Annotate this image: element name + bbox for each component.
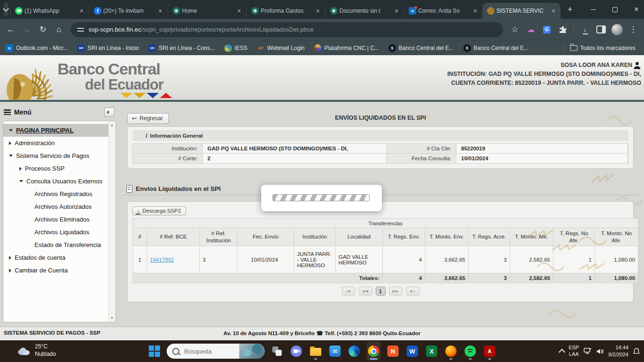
- acrobat-button[interactable]: A: [483, 342, 497, 361]
- info-icon: i: [146, 133, 147, 139]
- toolbar-divider: [574, 25, 574, 34]
- browser-tab-documento[interactable]: Documento sin t ×: [325, 3, 404, 19]
- next-page-button[interactable]: ▶▶: [389, 287, 403, 296]
- notification-bell-icon[interactable]: [633, 347, 640, 355]
- back-button[interactable]: ←: [3, 22, 19, 38]
- ref-bce-link[interactable]: 19417892: [150, 257, 174, 263]
- word-button[interactable]: W: [405, 342, 420, 361]
- profile-avatar[interactable]: [609, 22, 625, 38]
- minimize-button[interactable]: [582, 0, 604, 19]
- sidebar-item-archivos-eliminados[interactable]: Archivos Eliminados: [3, 213, 109, 226]
- tab-close-icon[interactable]: ×: [471, 7, 479, 15]
- prev-page-button[interactable]: ◀◀: [359, 287, 372, 296]
- sidebar-item-label: Consulta Usuarios Externos: [26, 178, 102, 185]
- browser-tab-proforma[interactable]: Proforma Gastos ×: [246, 3, 325, 19]
- current-page-button[interactable]: 1: [376, 287, 386, 296]
- volume-icon[interactable]: [596, 348, 604, 355]
- bookmark-sri-inicio[interactable]: SRISRI en Línea - Inicio: [77, 44, 139, 52]
- hidden-icons-chevron[interactable]: [559, 349, 565, 355]
- scroll-up-icon[interactable]: ▲: [109, 123, 115, 127]
- tab-close-icon[interactable]: ×: [392, 7, 401, 15]
- sidebar-item-archivos-registrados[interactable]: Archivos Registrados: [3, 188, 109, 200]
- url-text: ssp-scpn.bce.fin.ec/scpn_ssp/privado/rep…: [89, 26, 314, 33]
- bookmark-star-button[interactable]: ☆: [507, 22, 523, 38]
- tab-close-icon[interactable]: ×: [77, 7, 86, 15]
- task-view-button[interactable]: [270, 342, 284, 361]
- sidebar-item-administracion[interactable]: Administración: [3, 137, 109, 149]
- descarga-ssp2-button[interactable]: ↓Descarga SSP2: [132, 206, 186, 215]
- start-button[interactable]: [148, 342, 162, 361]
- loading-progress-bar: [272, 194, 370, 201]
- sidebar-item-archivos-autorizados[interactable]: Archivos Autorizados: [3, 200, 109, 213]
- network-icon[interactable]: [583, 347, 592, 355]
- weather-widget[interactable]: 25°C Nublado: [16, 343, 56, 358]
- browser-tab-sistema-active[interactable]: SISTEMA SERVIC ×: [482, 3, 561, 19]
- bookmark-sri-consultas[interactable]: SRISRI en Línea - Cons...: [149, 44, 215, 52]
- sidebar-item-estado-de-transferencia[interactable]: Estado de Transferencia: [3, 239, 109, 251]
- excel-button[interactable]: X: [425, 342, 439, 361]
- sidebar-item-archivos-liquidados[interactable]: Archivos Liquidados: [3, 226, 109, 239]
- all-bookmarks-button[interactable]: Todos los marcadores: [570, 45, 636, 51]
- sidebar-item-estados-de-cuenta[interactable]: Estados de cuenta: [3, 251, 109, 264]
- search-input[interactable]: [183, 347, 239, 355]
- firefox-button[interactable]: [444, 342, 458, 361]
- expand-right-icon: [9, 269, 11, 272]
- lang-line1: ESP: [569, 345, 579, 350]
- bookmark-bce-2[interactable]: SBanco Central del E...: [463, 44, 529, 52]
- sidebar-item-sistema-servicio-pagos[interactable]: Sistema Servicio de Pagos: [3, 149, 109, 162]
- bookmark-iess[interactable]: IESS: [224, 44, 248, 52]
- edge-button[interactable]: [347, 342, 362, 361]
- extensions-button[interactable]: [555, 22, 571, 38]
- tab-close-icon[interactable]: ×: [314, 7, 322, 15]
- translate-button[interactable]: G: [539, 22, 555, 38]
- bookmark-cnc[interactable]: Plataforma CNC | C...: [314, 44, 379, 52]
- bookmark-webmail[interactable]: cPWebmail Login: [257, 44, 305, 52]
- spotify-button[interactable]: [463, 342, 478, 361]
- bookmark-bce-1[interactable]: SBanco Central del E...: [388, 44, 454, 52]
- new-tab-button[interactable]: +: [563, 3, 577, 16]
- file-explorer-button[interactable]: [309, 342, 323, 361]
- first-page-button[interactable]: |◀: [342, 287, 355, 296]
- chrome-button[interactable]: [367, 342, 381, 361]
- main-panel: ↩Regresar ENVÍOS LIQUIDADOS EN EL SPI i …: [122, 102, 641, 327]
- sidebar-item-cambiar-de-cuenta[interactable]: Cambiar de Cuenta: [3, 264, 109, 277]
- home-button[interactable]: ⌂: [51, 22, 67, 38]
- extension-cloud-icon[interactable]: ☁: [523, 22, 539, 38]
- last-page-button[interactable]: ▶|: [406, 287, 420, 296]
- mail-icon: ✉: [330, 346, 341, 357]
- browser-toolbar: ← → ↻ ⌂ ssp-scpn.bce.fin.ec/scpn_ssp/pri…: [0, 19, 644, 40]
- mail-button[interactable]: ✉: [328, 342, 342, 361]
- reload-button[interactable]: ↻: [35, 22, 51, 38]
- scroll-down-icon[interactable]: ▼: [109, 316, 115, 320]
- nitro-button[interactable]: N: [386, 342, 400, 361]
- chat-button[interactable]: [289, 342, 304, 361]
- side-panel-button[interactable]: [593, 22, 609, 38]
- bce-icon: S: [463, 44, 471, 52]
- browser-menu-button[interactable]: ⋮: [625, 22, 641, 38]
- browser-tab-correo[interactable]: o Correo: Anita So ×: [404, 3, 482, 19]
- tab-close-icon[interactable]: ×: [549, 7, 558, 15]
- browser-tab-home[interactable]: Home ×: [167, 3, 246, 19]
- close-button[interactable]: ×: [626, 0, 644, 19]
- search-highlight-image[interactable]: [239, 344, 265, 359]
- downloads-button[interactable]: ↓: [577, 22, 593, 38]
- sidebar-collapse-button[interactable]: [104, 107, 115, 117]
- clock[interactable]: 14:449/2/2024: [608, 344, 628, 358]
- restore-button[interactable]: [604, 0, 626, 19]
- download-icon: ↓: [137, 208, 140, 214]
- forward-button[interactable]: →: [19, 22, 35, 38]
- taskbar-search[interactable]: [167, 344, 265, 359]
- language-indicator[interactable]: ESPLAA: [569, 345, 579, 358]
- tab-close-icon[interactable]: ×: [156, 7, 165, 15]
- tab-search-button[interactable]: [4, 3, 8, 16]
- sidebar-item-consulta-usuarios-externos[interactable]: Consulta Usuarios Externos: [3, 175, 109, 188]
- site-info-icon[interactable]: [77, 27, 84, 32]
- bookmark-outlook[interactable]: oOutlook.com - Micr...: [6, 44, 68, 52]
- sidebar-scrollbar[interactable]: ▲ ▼: [108, 122, 115, 321]
- address-bar[interactable]: ssp-scpn.bce.fin.ec/scpn_ssp/privado/rep…: [71, 22, 503, 37]
- sidebar-item-procesos-ssp[interactable]: Procesos SSP: [3, 162, 109, 175]
- tab-close-icon[interactable]: ×: [235, 7, 243, 15]
- browser-tab-facebook[interactable]: f (20+) Te invitam ×: [89, 3, 167, 19]
- sidebar-item-pagina-principal[interactable]: PAGINA PRINCIPAL: [3, 124, 109, 137]
- browser-tab-whatsapp[interactable]: ☎ (1) WhatsApp ×: [10, 3, 89, 19]
